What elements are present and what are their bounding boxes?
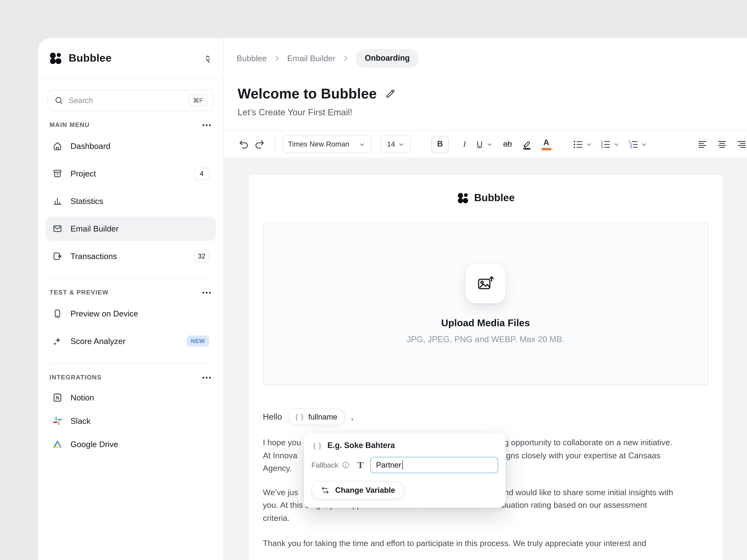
align-center-icon[interactable] [717, 139, 727, 150]
svg-text:N: N [56, 395, 59, 401]
font-family-select[interactable]: Times New Roman [282, 135, 371, 153]
undo-icon [238, 139, 249, 150]
screen: Bubblee ⌘F MAIN MENU ••• Dashboard P [0, 0, 747, 560]
italic-button[interactable]: I [459, 139, 470, 149]
align-right-icon[interactable] [736, 139, 747, 150]
numbered-list-button[interactable]: 123 [600, 139, 620, 150]
sidebar-item-label: Preview on Device [71, 309, 138, 319]
variable-name: fullname [308, 412, 337, 421]
fallback-label: Fallback [311, 461, 338, 469]
alignment-controls [697, 139, 747, 150]
redo-button[interactable] [252, 136, 267, 152]
chevron-right-icon [341, 54, 350, 62]
list-controls: 123 123 [573, 139, 647, 150]
breadcrumb-root[interactable]: Bubblee [237, 54, 267, 63]
paragraph-text: Thank you for taking the time and effort… [263, 538, 646, 548]
sidebar-item-email-builder[interactable]: Email Builder [46, 216, 216, 241]
bubblee-logo-icon [49, 51, 62, 65]
image-upload-icon [476, 274, 495, 293]
text-color-button[interactable]: A [541, 138, 551, 150]
breadcrumb-email-builder[interactable]: Email Builder [287, 54, 335, 63]
count-badge: 4 [194, 167, 209, 180]
card-arrow-icon [52, 251, 62, 261]
chevron-updown-icon[interactable] [203, 53, 213, 63]
bullet-list-button[interactable] [573, 139, 592, 150]
text-color-swatch [541, 148, 551, 150]
workspace-switcher[interactable]: Bubblee [38, 38, 223, 78]
bold-button[interactable]: B [431, 136, 449, 153]
integrations-nav: N Notion Slack Google Drive [38, 386, 223, 456]
search-box[interactable]: ⌘F [48, 89, 214, 111]
sidebar-item-label: Notion [71, 393, 94, 403]
chevron-down-icon [613, 141, 620, 148]
email-brand-name: Bubblee [474, 192, 515, 204]
sidebar-item-label: Transactions [71, 251, 117, 261]
divider [50, 278, 212, 278]
search-input[interactable] [69, 96, 184, 105]
font-family-value: Times New Roman [288, 140, 350, 149]
archive-box-icon [52, 168, 62, 179]
text-color-letter: A [543, 138, 549, 147]
redo-icon [254, 139, 265, 150]
page-title: Welcome to Bubblee [238, 86, 377, 102]
count-badge: 32 [194, 250, 209, 262]
change-variable-label: Change Variable [335, 486, 395, 495]
section-menu-dots-icon[interactable]: ••• [202, 122, 212, 128]
test-preview-nav: Preview on Device Score Analyzer NEW [38, 301, 223, 356]
paragraph-text: nd would like to share some initial insi… [504, 486, 673, 499]
sidebar-item-dashboard[interactable]: Dashboard [46, 134, 216, 158]
highlighter-button[interactable] [521, 139, 532, 150]
highlighter-icon [521, 139, 532, 150]
sidebar-item-score-analyzer[interactable]: Score Analyzer NEW [46, 329, 216, 353]
undo-button[interactable] [236, 136, 252, 152]
variable-example-row[interactable]: { } E.g. Soke Bahtera [311, 439, 498, 457]
home-icon [52, 141, 62, 151]
sidebar-item-label: Project [71, 169, 96, 179]
sidebar-item-preview-on-device[interactable]: Preview on Device [46, 301, 216, 326]
align-left-icon[interactable] [697, 139, 708, 150]
sidebar-item-google-drive[interactable]: Google Drive [46, 433, 216, 455]
smartphone-icon [52, 309, 62, 319]
email-canvas: Bubblee Upload Media Files JPG, JPEG, PN… [224, 158, 747, 560]
section-menu-dots-icon[interactable]: ••• [202, 374, 212, 381]
greeting-comma: , [351, 412, 353, 422]
sidebar-item-notion[interactable]: N Notion [46, 386, 216, 409]
section-menu-dots-icon[interactable]: ••• [202, 289, 212, 296]
sidebar-item-project[interactable]: Project 4 [46, 161, 216, 186]
multilevel-list-icon: 123 [628, 139, 639, 150]
email-card: Bubblee Upload Media Files JPG, JPEG, PN… [249, 175, 722, 560]
underline-button[interactable]: U [477, 139, 493, 149]
text-type-icon[interactable]: T [358, 460, 363, 470]
breadcrumb: Bubblee Email Builder Onboarding [224, 38, 747, 78]
section-label: MAIN MENU [50, 121, 89, 128]
sidebar-item-slack[interactable]: Slack [46, 410, 216, 432]
page-header: Welcome to Bubblee Let’s Create Your Fir… [224, 78, 747, 130]
upload-media-dropzone[interactable]: Upload Media Files JPG, JPEG, PNG and WE… [263, 222, 708, 385]
breadcrumb-current[interactable]: Onboarding [356, 49, 419, 68]
chevron-down-icon [359, 141, 365, 148]
font-size-select[interactable]: 14 [381, 135, 411, 153]
fallback-input[interactable]: Partner [370, 457, 498, 473]
change-variable-button[interactable]: Change Variable [311, 481, 405, 499]
fallback-row: Fallback T Partner [311, 457, 498, 473]
new-badge: NEW [187, 336, 209, 347]
sidebar-item-statistics[interactable]: Statistics [46, 189, 216, 213]
formatting-toolbar: Times New Roman 14 B I U ab A [224, 131, 747, 158]
brand-name: Bubblee [69, 52, 111, 64]
sidebar: Bubblee ⌘F MAIN MENU ••• Dashboard P [38, 38, 224, 560]
strikethrough-button[interactable]: ab [503, 139, 512, 149]
variable-chip-fullname[interactable]: { } fullname [288, 409, 345, 425]
variable-example-text: E.g. Soke Bahtera [328, 441, 395, 450]
variable-editor-popup: { } E.g. Soke Bahtera Fallback T Partner [304, 433, 506, 508]
paragraph-text: I hope you [263, 438, 301, 447]
edit-pencil-icon[interactable] [385, 88, 396, 99]
info-icon[interactable] [342, 461, 350, 469]
multilevel-list-button[interactable]: 123 [628, 139, 647, 150]
sidebar-item-transactions[interactable]: Transactions 32 [46, 244, 216, 268]
app-window: Bubblee ⌘F MAIN MENU ••• Dashboard P [38, 38, 747, 560]
svg-text:3: 3 [630, 145, 632, 149]
bubblee-logo-icon [457, 192, 469, 204]
numbered-list-icon: 123 [600, 139, 611, 150]
google-drive-icon [52, 439, 62, 449]
paragraph-text: igns closely with your expertise at Cans… [504, 449, 661, 462]
